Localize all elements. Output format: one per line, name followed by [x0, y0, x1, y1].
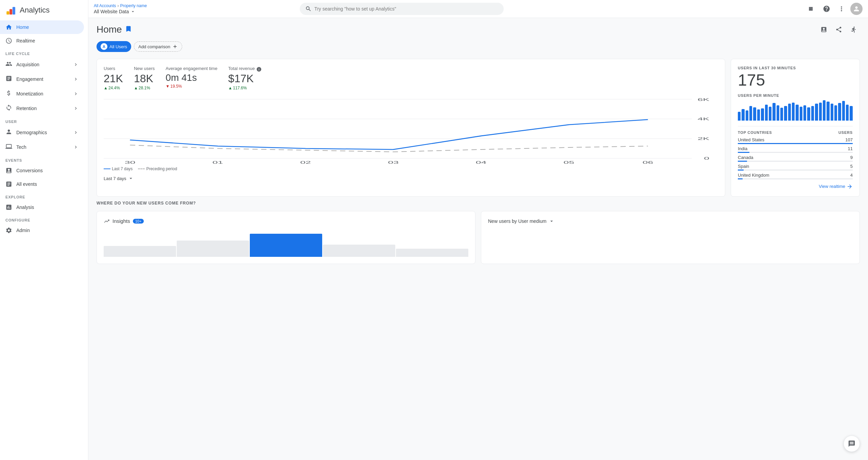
help-button[interactable] [820, 3, 833, 15]
new-users-medium-header[interactable]: New users by User medium [488, 218, 853, 224]
customize-button[interactable] [818, 23, 830, 36]
property-name: All Website Data [94, 9, 129, 14]
view-realtime-link[interactable]: View realtime [738, 183, 853, 190]
engagement-chevron-icon [73, 76, 79, 82]
per-minute-bar [831, 104, 833, 121]
explore-section-label: EXPLORE [0, 191, 88, 200]
engagement-value: 0m 41s [166, 72, 217, 83]
country-bar [738, 178, 743, 179]
property-selector[interactable]: All Website Data [94, 9, 147, 14]
legend-current-line [104, 169, 110, 169]
realtime-section-label: USERS IN LAST 30 MINUTES [738, 66, 853, 70]
sidebar: Analytics Home Realtime LIFE CYCLE Acqui… [0, 0, 88, 460]
add-comparison-chip[interactable]: Add comparison [134, 41, 182, 52]
breadcrumb-account[interactable]: All Accounts [94, 3, 116, 8]
activity-button[interactable] [848, 23, 860, 36]
svg-text:30: 30 [125, 160, 136, 164]
sidebar-item-analysis[interactable]: Analysis [0, 200, 84, 214]
sidebar-item-retention[interactable]: Retention [0, 101, 84, 116]
sidebar-item-engagement[interactable]: Engagement [0, 72, 84, 86]
all-users-chip[interactable]: A All Users [97, 41, 131, 52]
country-bar [738, 161, 747, 162]
users-value: 21K [104, 72, 123, 85]
add-comparison-label: Add comparison [138, 44, 170, 49]
insights-card: Insights 10+ [97, 211, 475, 264]
share-button[interactable] [833, 23, 845, 36]
svg-text:02: 02 [300, 160, 311, 164]
country-bar [738, 170, 744, 171]
engagement-change-value: 19.5% [170, 84, 182, 89]
per-minute-bar [772, 103, 775, 120]
search-bar[interactable] [300, 3, 504, 15]
all-events-icon [5, 181, 12, 188]
country-row: United States 107 [738, 137, 853, 144]
revenue-info-icon [256, 67, 262, 72]
per-minute-bar [819, 103, 822, 121]
country-row: India 11 [738, 146, 853, 153]
page-actions [818, 23, 860, 36]
new-users-change: ▲ 28.1% [134, 86, 155, 90]
country-bar [738, 143, 853, 144]
page-bookmark-icon[interactable] [125, 25, 132, 34]
demographics-chevron-icon [73, 130, 79, 135]
sidebar-item-demographics[interactable]: Demographics [0, 125, 84, 140]
sidebar-item-tech[interactable]: Tech [0, 140, 84, 154]
conversions-icon [5, 167, 12, 174]
users-col-label: USERS [838, 130, 853, 135]
users-trend-arrow: ▲ [104, 86, 108, 90]
user-avatar[interactable] [850, 3, 863, 15]
svg-text:05: 05 [563, 160, 574, 164]
breadcrumb-property[interactable]: Property name [120, 3, 147, 8]
search-input[interactable] [314, 6, 498, 12]
per-minute-bar [780, 108, 783, 121]
per-minute-bar [738, 112, 741, 121]
page-title: Home [97, 24, 122, 35]
users-label: Users [104, 66, 123, 71]
country-name: Canada [738, 155, 753, 160]
page-header: Home [97, 23, 860, 36]
countries-list: United States 107 India 11 Canada 9 [738, 137, 853, 179]
insights-chart-area [104, 230, 468, 257]
apps-button[interactable] [805, 3, 818, 15]
country-name: United Kingdom [738, 173, 769, 178]
sidebar-item-monetization[interactable]: Monetization [0, 86, 84, 101]
chat-button[interactable] [844, 436, 860, 452]
topbar: All Accounts › Property name All Website… [88, 0, 868, 18]
revenue-trend-arrow: ▲ [228, 86, 232, 90]
stat-revenue: Total revenue $17K ▲ 117.6% [228, 66, 262, 90]
per-minute-bar [815, 104, 818, 121]
view-realtime-arrow-icon [847, 183, 853, 190]
tech-chevron-icon [73, 144, 79, 150]
sidebar-item-conversions[interactable]: Conversions [0, 164, 84, 177]
per-minute-bar [811, 106, 814, 121]
country-name: India [738, 146, 747, 151]
legend-current: Last 7 days [104, 166, 133, 171]
new-users-medium-label: New users by User medium [488, 218, 546, 224]
sidebar-item-all-events[interactable]: All events [0, 177, 84, 191]
retention-chevron-icon [73, 106, 79, 111]
sidebar-item-admin[interactable]: Admin [0, 224, 84, 237]
time-filter-selector[interactable]: Last 7 days [104, 175, 718, 181]
sidebar-tech-label: Tech [16, 144, 27, 150]
more-options-button[interactable] [835, 3, 848, 15]
per-minute-bar [746, 110, 748, 121]
svg-rect-0 [6, 11, 9, 15]
main-content: All Accounts › Property name All Website… [88, 0, 868, 460]
revenue-value: $17K [228, 72, 262, 85]
per-minute-bar [842, 101, 845, 121]
sidebar-item-realtime[interactable]: Realtime [0, 34, 84, 48]
breadcrumb: All Accounts › Property name [94, 3, 147, 8]
analytics-logo-icon [5, 5, 16, 16]
sidebar-analysis-label: Analysis [16, 205, 34, 210]
sidebar-demographics-label: Demographics [16, 130, 47, 135]
topbar-icons [805, 3, 863, 15]
lifecycle-section-label: LIFE CYCLE [0, 48, 88, 57]
sidebar-all-events-label: All events [16, 181, 37, 187]
sidebar-item-home[interactable]: Home [0, 20, 84, 34]
stat-new-users: New users 18K ▲ 28.1% [134, 66, 155, 90]
legend-current-label: Last 7 days [112, 166, 133, 171]
per-minute-bar [784, 106, 787, 121]
per-minute-bar [788, 104, 791, 121]
property-dropdown-icon [130, 9, 136, 14]
sidebar-item-acquisition[interactable]: Acquisition [0, 57, 84, 72]
